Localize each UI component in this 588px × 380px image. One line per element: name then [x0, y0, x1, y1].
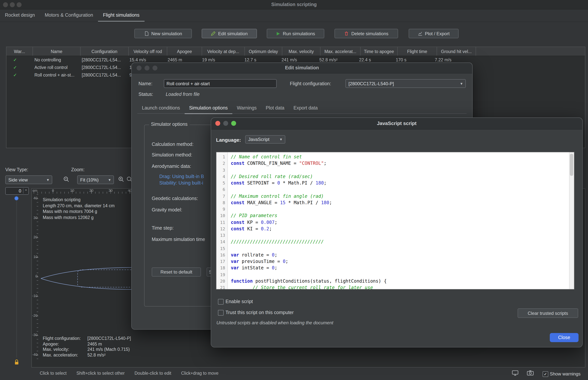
- clear-trusted-scripts-button[interactable]: Clear trusted scripts: [518, 308, 578, 318]
- trust-script-checkbox[interactable]: [218, 310, 224, 316]
- close-button[interactable]: Close: [550, 333, 579, 342]
- column-header[interactable]: Time to apogee: [361, 47, 398, 56]
- v-ruler-label: 30: [0, 215, 37, 220]
- h-ruler-label: 10: [70, 188, 74, 192]
- reset-to-default-button[interactable]: Reset to default: [152, 267, 201, 277]
- show-warnings-checkbox[interactable]: ✓: [543, 371, 548, 377]
- editor-scrollbar[interactable]: [569, 152, 574, 289]
- code-token-pl: SETPOINT: [244, 180, 272, 186]
- flight-info-label: Apogee:: [43, 341, 87, 347]
- tab-rocket-design[interactable]: Rocket design: [0, 9, 40, 22]
- drag-method-link[interactable]: Drag: Using built-in B: [159, 174, 204, 179]
- column-header[interactable]: Velocity off rod: [129, 47, 167, 56]
- tab-flight-simulations[interactable]: Flight simulations: [98, 9, 144, 22]
- column-header[interactable]: Configuration: [81, 47, 129, 56]
- gravity-model-label: Gravity model:: [152, 207, 182, 212]
- new-simulation-button[interactable]: New simulation: [134, 29, 192, 38]
- stability-method-link[interactable]: Stability: Using built-i: [159, 180, 203, 186]
- code-token-kw: const: [231, 200, 244, 205]
- zoom-dropdown[interactable]: Fit (10%)▼: [77, 175, 114, 184]
- code-token-kw: const: [231, 161, 244, 166]
- zoom-in-button[interactable]: [117, 175, 125, 183]
- code-line: const SETPOINT = 0 * Math.PI / 180;: [231, 180, 569, 187]
- zoom-out-button[interactable]: [62, 175, 70, 183]
- v-ruler-label: -40: [0, 352, 37, 357]
- run-simulations-button[interactable]: Run simulations: [267, 29, 324, 38]
- code-line: const KI = 0.2;: [231, 226, 569, 232]
- column-header[interactable]: Optimum delay: [245, 47, 282, 56]
- line-number: 12: [216, 226, 227, 232]
- status-label: Status:: [138, 92, 153, 97]
- tab-plot-data[interactable]: Plot data: [261, 103, 289, 114]
- tab-motors-configuration[interactable]: Motors & Configuration: [40, 9, 98, 22]
- code-token-com: // Maximum control fin angle (rad): [231, 193, 324, 199]
- tab-launch-conditions[interactable]: Launch conditions: [137, 103, 185, 114]
- display-settings-button[interactable]: [511, 369, 519, 377]
- code-token-kw: function: [231, 279, 253, 284]
- status-hints: Click to selectShift+click to select oth…: [40, 371, 219, 376]
- lock-icon[interactable]: [14, 359, 20, 365]
- delete-simulations-button[interactable]: Delete simulations: [334, 29, 398, 38]
- tab-export-data[interactable]: Export data: [289, 103, 322, 114]
- code-token-pl: MAX_ANGLE: [244, 200, 275, 205]
- column-header[interactable]: Ground hit vel...: [437, 47, 476, 56]
- untrusted-note: Untrusted scripts are disabled when load…: [216, 320, 333, 325]
- line-number: 20: [216, 278, 227, 285]
- flight-info-label: Max. velocity:: [43, 347, 87, 352]
- reset-to-default-label: Reset to default: [160, 269, 192, 275]
- screenshot-button[interactable]: [526, 369, 534, 377]
- edit-simulation-label: Edit simulation: [218, 31, 248, 36]
- line-number: 11: [216, 219, 227, 226]
- rotation-field[interactable]: 0 °: [5, 187, 29, 195]
- name-label: Name:: [138, 81, 153, 86]
- flight-configuration-dropdown[interactable]: [2800CC172L-L540-P]▼: [346, 79, 466, 88]
- simulation-method-label: Simulation method:: [152, 152, 192, 158]
- line-number: 13: [216, 232, 227, 239]
- view-type-dropdown[interactable]: Side view▼: [5, 175, 52, 184]
- code-token-num: 0.2: [261, 226, 269, 231]
- code-token-pl: previousTime: [239, 259, 277, 264]
- v-ruler-label: -10: [0, 294, 37, 298]
- column-header[interactable]: Max. accelerat...: [320, 47, 361, 56]
- code-line: // Maximum control fin angle (rad): [231, 193, 569, 200]
- code-line: [231, 271, 569, 278]
- column-header[interactable]: Apogee: [167, 47, 202, 56]
- column-header[interactable]: Name: [33, 47, 81, 56]
- edit-dialog-title: Edit simulation: [132, 63, 472, 73]
- rocket-info-line: Mass with no motors 7004 g: [43, 209, 115, 215]
- code-token-pl: ;: [275, 266, 277, 271]
- column-header[interactable]: Max. velocity: [282, 47, 320, 56]
- plot-export-button[interactable]: Plot / Export: [409, 29, 459, 38]
- chevron-down-icon: ▼: [108, 178, 111, 182]
- code-token-num: 15: [280, 200, 285, 205]
- language-dropdown[interactable]: JavaScript▼: [245, 135, 285, 144]
- code-token-pl: [296, 161, 299, 166]
- line-number: 7: [216, 193, 227, 200]
- code-line: // Desired roll rate (rad/sec): [231, 173, 569, 180]
- code-token-num: 180: [316, 180, 324, 186]
- column-header[interactable]: Velocity at dep...: [202, 47, 245, 56]
- enable-script-checkbox[interactable]: [218, 299, 224, 304]
- code-lines[interactable]: // Name of control fin setconst CONTROL_…: [231, 154, 569, 289]
- simulation-name-input[interactable]: Roll control + air-start: [164, 79, 277, 88]
- tab-simulation-options[interactable]: Simulation options: [185, 103, 232, 114]
- tab-warnings[interactable]: Warnings: [232, 103, 261, 114]
- editor-scrollbar-thumb[interactable]: [570, 154, 573, 176]
- code-token-op: =: [255, 226, 258, 231]
- rocket-info: Simulation scriptingLength 270 cm, max. …: [43, 197, 115, 221]
- language-label: Language:: [216, 137, 241, 143]
- code-token-kw: var: [231, 259, 239, 264]
- code-token-pl: * Math.PI /: [285, 200, 321, 205]
- zoom-in-icon: [118, 176, 124, 183]
- code-token-op: =: [255, 220, 258, 225]
- code-editor[interactable]: 123456789101112131415161718192021 // Nam…: [216, 152, 574, 289]
- column-header[interactable]: War...: [6, 47, 33, 56]
- flight-info-value: [2800CC172L-L540-P]: [87, 336, 131, 341]
- zoom-label: Zoom:: [71, 167, 85, 172]
- code-token-op: =: [266, 252, 269, 258]
- simulation-table-header: War...NameConfigurationVelocity off rodA…: [6, 47, 585, 56]
- simulator-options-legend: Simulator options: [149, 122, 189, 127]
- code-token-kw: const: [231, 220, 244, 225]
- edit-simulation-button[interactable]: Edit simulation: [202, 29, 257, 38]
- column-header[interactable]: Flight time: [398, 47, 437, 56]
